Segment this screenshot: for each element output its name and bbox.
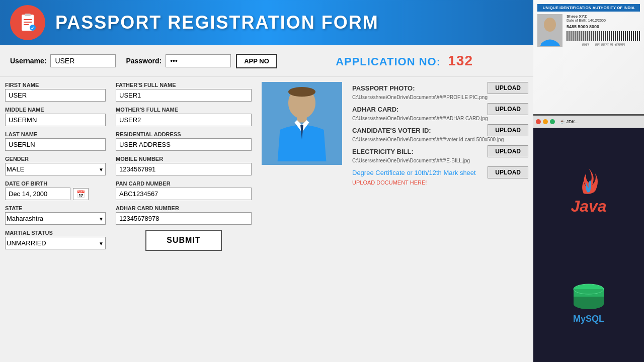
right-column: PASSPORT PHOTO: UPLOAD C:\Users\shree\On… — [262, 82, 528, 254]
header: ✓ PASSPORT REGISTRATION FORM — [0, 0, 533, 45]
submit-button[interactable]: SUBMIT — [145, 230, 221, 251]
app-no-button[interactable]: APP NO — [236, 54, 277, 68]
logo: ✓ — [10, 5, 45, 40]
marital-select[interactable]: UNMARRIED MARRIED DIVORCED — [5, 237, 106, 249]
adhar-label: ADHAR CARD NUMBER — [116, 205, 252, 211]
username-label: Username: — [10, 57, 46, 65]
state-select[interactable]: Maharashtra Delhi Karnataka — [5, 212, 106, 225]
electricity-upload-button[interactable]: UPLOAD — [488, 145, 528, 157]
last-name-group: LAST NAME — [5, 131, 106, 151]
last-name-input[interactable] — [5, 138, 106, 151]
dob-group: DATE OF BIRTH 📅 — [5, 180, 106, 200]
calendar-button[interactable]: 📅 — [73, 188, 89, 200]
mysql-section: MySQL — [569, 282, 609, 324]
main-content: ✓ PASSPORT REGISTRATION FORM Username: P… — [0, 0, 533, 362]
adhar-card-label: ADHAR CARD: — [352, 106, 443, 113]
java-text: Java — [571, 197, 606, 216]
mysql-text: MySQL — [569, 314, 609, 324]
password-label: Password: — [126, 57, 162, 65]
mother-label: MOTHER'S FULL NAME — [116, 107, 252, 113]
adhar-input[interactable] — [116, 212, 252, 225]
svg-text:✓: ✓ — [31, 26, 35, 31]
passport-photo-path: C:\Users\shree\OneDrive\Documents\###\PR… — [352, 95, 528, 100]
username-input[interactable] — [50, 54, 116, 67]
passport-photo-upload-button[interactable]: UPLOAD — [488, 82, 528, 94]
state-label: STATE — [5, 205, 106, 211]
mysql-db-icon — [569, 282, 609, 312]
photo-section: PASSPORT PHOTO: UPLOAD C:\Users\shree\On… — [262, 82, 528, 189]
electricity-label: ELECTRICITY BILL: — [352, 148, 443, 155]
aadhaar-info: Shree XYZ Date of Birth: 14/12/2000 5485… — [567, 14, 640, 110]
gender-select-wrapper: MALE FEMALE OTHER ▼ — [5, 163, 106, 175]
svg-rect-1 — [25, 14, 31, 16]
mother-name-group: MOTHER'S FULL NAME — [116, 107, 252, 126]
flame-container — [576, 166, 601, 196]
degree-upload-text: UPLOAD DOCUMENT HERE! — [352, 179, 528, 186]
aadhaar-barcode — [567, 31, 640, 41]
svg-point-15 — [574, 299, 604, 309]
java-mysql-panel: Java MySQL — [533, 128, 644, 362]
voter-id-label: CANDIDATE'S VOTER ID: — [352, 127, 443, 134]
first-name-group: FIRST NAME — [5, 82, 106, 102]
aadhaar-number: 5485 5000 8000 — [567, 24, 640, 29]
dob-field: 📅 — [5, 188, 106, 200]
degree-upload-button[interactable]: UPLOAD — [488, 166, 528, 178]
dob-label: DATE OF BIRTH — [5, 180, 106, 187]
browser-tab: ☕ JDK... — [559, 119, 579, 124]
svg-rect-9 — [297, 115, 306, 123]
aadhaar-dob: Date of Birth: 14/12/2000 — [567, 19, 640, 22]
voter-id-upload-button[interactable]: UPLOAD — [488, 124, 528, 136]
middle-name-label: MIDDLE NAME — [5, 107, 106, 113]
left-column: FIRST NAME MIDDLE NAME LAST NAME GENDER … — [5, 82, 106, 254]
address-group: RESIDENTIAL ADDRESS — [116, 131, 252, 151]
aadhaar-card: UNIQUE IDENTIFICATION AUTHORITY OF INDIA… — [533, 0, 644, 114]
form-area: FIRST NAME MIDDLE NAME LAST NAME GENDER … — [0, 77, 533, 259]
last-name-label: LAST NAME — [5, 131, 106, 137]
adhar-card-path: C:\Users\shree\OneDrive\Documents\###\AD… — [352, 116, 528, 121]
red-dot — [536, 119, 541, 124]
degree-upload-row: Degree Certificate or 10th/12th Mark she… — [352, 166, 528, 186]
svg-point-8 — [288, 86, 315, 96]
browser-bar: ☕ JDK... — [533, 116, 644, 128]
mobile-input[interactable] — [116, 163, 252, 175]
adhar-card-upload-button[interactable]: UPLOAD — [488, 103, 528, 115]
aadhaar-name: Shree XYZ — [567, 14, 640, 19]
father-name-input[interactable] — [116, 89, 252, 102]
father-name-group: FATHER'S FULL NAME — [116, 82, 252, 102]
right-sidebar: UNIQUE IDENTIFICATION AUTHORITY OF INDIA… — [533, 0, 644, 362]
first-name-label: FIRST NAME — [5, 82, 106, 88]
password-field: Password: APP NO — [126, 54, 277, 68]
java-logo — [571, 166, 606, 196]
aadhaar-photo — [537, 14, 562, 47]
mother-name-input[interactable] — [116, 114, 252, 126]
green-dot — [550, 119, 555, 124]
address-input[interactable] — [116, 138, 252, 151]
person-silhouette — [269, 86, 335, 161]
application-label: APPLICATION NO: — [336, 55, 441, 68]
yellow-dot — [543, 119, 548, 124]
adhar-group: ADHAR CARD NUMBER — [116, 205, 252, 225]
gender-label: GENDER — [5, 156, 106, 162]
marital-label: MARTIAL STATUS — [5, 230, 106, 236]
electricity-path: C:\Users\shree\OneDrive\Documents\###\E-… — [352, 158, 528, 163]
state-select-wrapper: Maharashtra Delhi Karnataka ▼ — [5, 212, 106, 225]
svg-point-10 — [544, 18, 556, 32]
pan-input[interactable] — [116, 188, 252, 200]
mobile-label: MOBILE NUMBER — [116, 156, 252, 162]
application-number-display: APPLICATION NO: 132 — [336, 53, 473, 69]
first-name-input[interactable] — [5, 89, 106, 102]
middle-name-input[interactable] — [5, 114, 106, 126]
passport-photo-label: PASSPORT PHOTO: — [352, 84, 443, 92]
gender-group: GENDER MALE FEMALE OTHER ▼ — [5, 156, 106, 175]
aadhaar-panel: UNIQUE IDENTIFICATION AUTHORITY OF INDIA… — [533, 0, 644, 116]
marital-select-wrapper: UNMARRIED MARRIED DIVORCED ▼ — [5, 237, 106, 249]
username-field: Username: — [10, 54, 116, 67]
aadhaar-body: Shree XYZ Date of Birth: 14/12/2000 5485… — [537, 14, 640, 110]
state-group: STATE Maharashtra Delhi Karnataka ▼ — [5, 205, 106, 225]
pan-label: PAN CARD NUMBER — [116, 180, 252, 187]
dob-input[interactable] — [5, 188, 70, 200]
gender-select[interactable]: MALE FEMALE OTHER — [5, 163, 106, 175]
password-input[interactable] — [166, 54, 231, 67]
submit-row: SUBMIT — [116, 230, 252, 251]
degree-label: Degree Certificate or 10th/12th Mark she… — [352, 169, 482, 176]
